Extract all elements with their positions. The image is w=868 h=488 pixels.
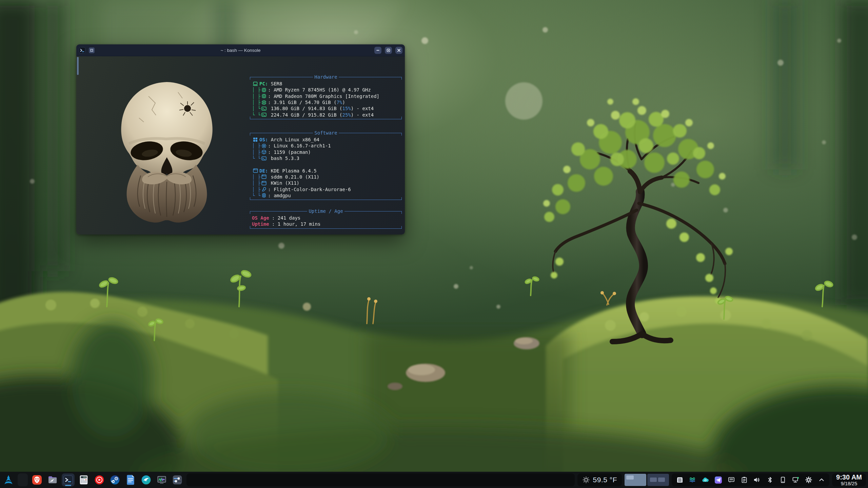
gear-icon	[260, 143, 267, 148]
cpu-icon	[260, 87, 267, 93]
fastfetch-row: └ └: amdgpu	[252, 192, 402, 199]
gpu-icon	[260, 94, 267, 99]
digital-clock[interactable]: 9:30 AM 9/18/25	[832, 473, 866, 486]
win2-icon	[260, 174, 267, 179]
maximize-button[interactable]	[385, 47, 392, 54]
app-launcher-arch[interactable]	[2, 473, 15, 486]
fastfetch-row: OS: Arch Linux x86_64	[252, 137, 402, 143]
pin-grid-icon[interactable]	[88, 47, 95, 54]
taskbar-app-calculator[interactable]: 900	[77, 473, 90, 486]
disk-icon	[260, 112, 267, 117]
fastfetch-row: └ └ bash 5.3.3	[252, 155, 402, 161]
window-title: ~ : bash — Konsole	[76, 48, 405, 53]
taskbar-app-konsole[interactable]	[62, 473, 75, 486]
skull-ascii-art	[108, 77, 225, 225]
virtual-desktop-pager	[625, 473, 669, 486]
section-title: Hardware	[313, 75, 338, 79]
fastfetch-row: │ ├: 1159 (pacman)	[252, 149, 402, 155]
minimize-button[interactable]	[374, 47, 381, 54]
taskbar-app-download-manager[interactable]	[140, 473, 153, 486]
fastfetch-row: │ ├: AMD Radeon 780M Graphics [Integrate…	[252, 93, 402, 99]
telegram-icon[interactable]	[714, 476, 722, 484]
svg-text:900: 900	[83, 476, 86, 478]
archive-box-icon[interactable]	[676, 476, 684, 484]
fastfetch-row: └ └ 224.74 GiB / 915.82 GiB (25%) - ext4	[252, 111, 402, 118]
system-tray	[672, 473, 829, 486]
section-title: Software	[313, 130, 338, 135]
pinned-apps: 900	[31, 473, 184, 486]
fastfetch-section: SoftwareOS: Arch Linux x86_64│ ├: Linux …	[250, 130, 402, 200]
mem-icon	[260, 100, 267, 105]
desktop-1[interactable]	[625, 474, 646, 486]
sticky-note-icon[interactable]	[727, 476, 735, 484]
taskbar-app-documents[interactable]	[124, 473, 137, 486]
os-icon	[252, 137, 259, 142]
clock-date: 9/18/25	[841, 481, 857, 486]
shell-icon	[260, 156, 267, 161]
weather-temperature: 59.5 °F	[593, 476, 617, 484]
clock-time: 9:30 AM	[836, 474, 862, 481]
network-icon[interactable]	[792, 476, 800, 484]
weather-widget[interactable]: 59.5 °F	[577, 473, 622, 486]
terminal-scrollbar[interactable]	[77, 57, 79, 75]
fastfetch-row: │ ├: Linux 6.16.7-arch1-1	[252, 143, 402, 149]
fastfetch-row: │ ├ sddm 0.21.0 (X11)	[252, 174, 402, 180]
terminal-body[interactable]: HardwarePC: SER8│ ├: AMD Ryzen 7 8745HS …	[76, 56, 405, 235]
cloud-sync-icon[interactable]	[702, 476, 709, 484]
fastfetch-row: │ ├ KWin (X11)	[252, 180, 402, 186]
sun-icon	[582, 476, 590, 484]
fastfetch-section: Uptime / AgeOS Age : 241 daysUptime : 1 …	[250, 209, 402, 229]
window-titlebar[interactable]: ~ : bash — Konsole	[76, 44, 405, 56]
fastfetch-row: OS Age : 241 days	[252, 215, 402, 221]
laptop-icon	[252, 81, 259, 86]
konsole-app-icon	[79, 47, 85, 54]
taskbar-app-dolphin[interactable]	[46, 473, 59, 486]
taskbar-app-brave[interactable]	[31, 473, 43, 486]
desktop-2[interactable]	[647, 474, 669, 486]
fastfetch-row: │ └ 136.80 GiB / 914.83 GiB (15%) - ext4	[252, 105, 402, 111]
taskbar-app-system-monitor[interactable]	[155, 473, 168, 486]
taskbar-app-settings[interactable]	[171, 473, 184, 486]
taskbar-app-yt-music[interactable]	[93, 473, 106, 486]
fastfetch-row: DE: KDE Plasma 6.4.5	[252, 167, 402, 174]
clipboard-icon[interactable]	[740, 476, 748, 484]
pkg-icon	[260, 149, 267, 155]
section-title: Uptime / Age	[307, 209, 344, 214]
theme-icon	[260, 187, 267, 192]
konsole-window: ~ : bash — Konsole	[76, 44, 405, 235]
fastfetch-row: │ ├: Flight-Color-Dark-Aurorae-6	[252, 186, 402, 192]
taskbar: 900 59.5 °F 9:30 AM 9/18/25	[0, 472, 868, 488]
bluetooth-icon[interactable]	[766, 476, 774, 484]
cog-icon[interactable]	[805, 476, 812, 484]
fastfetch-row: Uptime : 1 hour, 17 mins	[252, 221, 402, 227]
close-button[interactable]	[395, 47, 402, 54]
audio-waves-icon[interactable]	[689, 476, 696, 484]
disk-icon	[260, 106, 267, 111]
fastfetch-row: │ ├: AMD Ryzen 7 8745HS (16) @ 4.97 GHz	[252, 87, 402, 93]
taskbar-app-steam[interactable]	[108, 473, 121, 486]
fastfetch-section: HardwarePC: SER8│ ├: AMD Ryzen 7 8745HS …	[250, 75, 402, 119]
fastfetch-row: │ ├: 3.91 GiB / 54.70 GiB (7%)	[252, 99, 402, 105]
phone-icon[interactable]	[779, 476, 787, 484]
chevron-up-icon[interactable]	[817, 476, 825, 484]
fastfetch-row: PC: SER8	[252, 81, 402, 87]
drv-icon	[260, 193, 267, 198]
win-icon	[252, 168, 259, 173]
task-manager-empty-area	[186, 473, 575, 486]
win2-icon	[260, 181, 267, 186]
volume-icon[interactable]	[753, 476, 761, 484]
empty-task-slot[interactable]	[18, 473, 28, 486]
